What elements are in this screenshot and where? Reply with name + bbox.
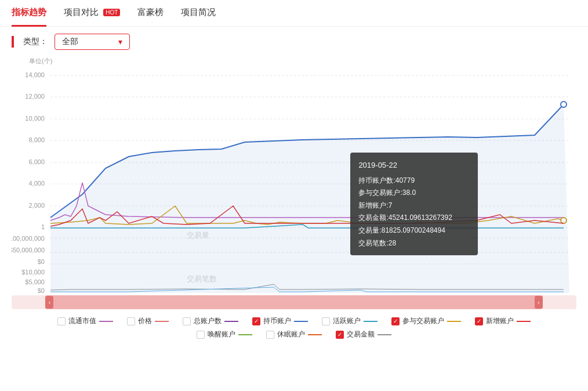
svg-text:$5,000: $5,000 <box>25 278 45 285</box>
legend-check-market-cap[interactable] <box>57 317 66 325</box>
legend-check-trade-amount[interactable] <box>336 331 344 339</box>
legend-line-active-accounts <box>364 321 378 322</box>
legend-market-cap[interactable]: 流通市值 <box>57 316 113 326</box>
legend-label: 价格 <box>138 316 152 326</box>
legend-check-holder-accounts[interactable] <box>252 317 260 325</box>
legend-sleep-accounts[interactable]: 休眠账户 <box>266 330 322 339</box>
legend-line-sleep-accounts <box>308 334 322 335</box>
legend-label: 休眠账户 <box>277 330 305 339</box>
legend-line-total-accounts <box>224 321 238 322</box>
filter-row: 类型： 全部 ▾ <box>0 27 588 57</box>
legend-label: 新增账户 <box>486 316 514 326</box>
svg-text:$0: $0 <box>38 287 45 293</box>
legend-check-total-accounts[interactable] <box>183 317 191 325</box>
legend-check-active-accounts[interactable] <box>322 317 330 325</box>
y-axis-label: 单位(个) <box>29 57 576 66</box>
legend-check-wake-accounts[interactable] <box>197 331 205 339</box>
legend-price[interactable]: 价格 <box>127 316 169 326</box>
legend-check-price[interactable] <box>127 317 135 325</box>
legend-line-new-accounts <box>517 321 531 322</box>
svg-text:10,000: 10,000 <box>25 115 45 122</box>
legend-line-trade-amount <box>378 334 391 335</box>
svg-text:8,000: 8,000 <box>28 136 45 143</box>
nav-item-rich[interactable]: 富豪榜 <box>137 0 164 27</box>
legend-line-price <box>155 321 169 322</box>
nav-bar: 指标趋势 项目对比 HOT 富豪榜 项目简况 <box>0 0 588 27</box>
legend-new-accounts[interactable]: 新增账户 <box>475 316 531 326</box>
legend-label: 唤醒账户 <box>208 330 235 339</box>
legend-wake-accounts[interactable]: 唤醒账户 <box>197 330 252 339</box>
legend-check-new-accounts[interactable] <box>475 317 483 325</box>
legend-line-holder-accounts <box>294 321 308 322</box>
filter-bar-accent <box>12 36 14 48</box>
svg-text:4,000: 4,000 <box>28 180 45 187</box>
svg-text:$0: $0 <box>38 258 45 265</box>
legend-label: 活跃账户 <box>333 316 361 326</box>
main-chart: .axis-text { font-size: 11px; fill: #999… <box>12 67 576 293</box>
legend-check-trade-accounts[interactable] <box>391 317 400 325</box>
legend-check-sleep-accounts[interactable] <box>266 331 274 339</box>
svg-text:$50,000,000: $50,000,000 <box>12 247 45 254</box>
nav-item-overview[interactable]: 项目简况 <box>181 0 216 27</box>
svg-text:$100,000,000: $100,000,000 <box>12 235 45 242</box>
legend-line-wake-accounts <box>238 334 252 335</box>
chart-wrap: .axis-text { font-size: 11px; fill: #999… <box>12 67 576 293</box>
scrollbar-left-handle[interactable]: ‹ <box>45 296 53 309</box>
svg-text:12,000: 12,000 <box>25 93 45 100</box>
chart-scrollbar[interactable]: ‹ › <box>12 295 576 309</box>
legend-holder-accounts[interactable]: 持币账户 <box>252 316 308 326</box>
svg-text:14,000: 14,000 <box>25 71 45 78</box>
legend-area: 流通市值 价格 总账户数 持币账户 活跃账户 参与交易账户 新增账户 唤醒账户 <box>0 312 588 344</box>
legend-label: 参与交易账户 <box>402 316 444 326</box>
legend-trade-amount[interactable]: 交易金额 <box>336 330 391 339</box>
svg-text:2,000: 2,000 <box>28 202 45 209</box>
legend-active-accounts[interactable]: 活跃账户 <box>322 316 378 326</box>
scrollbar-thumb[interactable] <box>45 295 542 309</box>
hot-badge: HOT <box>103 9 120 16</box>
legend-line-market-cap <box>99 321 113 322</box>
legend-trade-accounts[interactable]: 参与交易账户 <box>391 316 461 326</box>
legend-label: 流通市值 <box>68 316 96 326</box>
legend-total-accounts[interactable]: 总账户数 <box>183 316 238 326</box>
area-holder <box>50 104 569 293</box>
type-select[interactable]: 全部 ▾ <box>55 34 130 50</box>
chart-container: 单位(个) .axis-text { font-size: 11px; fill… <box>0 57 588 293</box>
svg-text:$10,000: $10,000 <box>21 269 45 276</box>
svg-text:1: 1 <box>41 223 45 230</box>
nav-item-trend[interactable]: 指标趋势 <box>12 0 46 27</box>
svg-text:6,000: 6,000 <box>28 158 45 165</box>
scrollbar-right-handle[interactable]: › <box>535 296 543 309</box>
filter-label: 类型： <box>23 37 48 47</box>
legend-line-trade-accounts <box>447 321 461 322</box>
legend-label: 持币账户 <box>263 316 291 326</box>
legend-label: 总账户数 <box>194 316 222 326</box>
nav-item-compare[interactable]: 项目对比 HOT <box>64 0 120 27</box>
chevron-down-icon: ▾ <box>118 37 122 46</box>
legend-label: 交易金额 <box>347 330 375 339</box>
